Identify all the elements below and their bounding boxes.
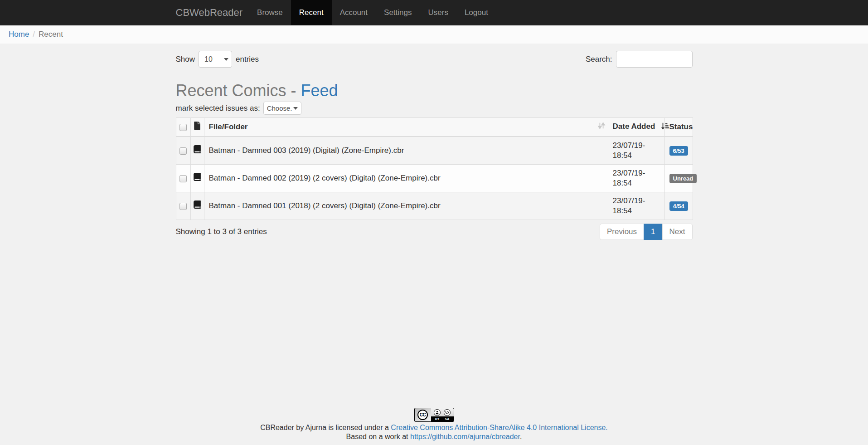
nav-item-users[interactable]: Users bbox=[420, 0, 456, 25]
page-title-text: Recent Comics - bbox=[176, 81, 301, 100]
status-badge: Unread bbox=[669, 174, 697, 183]
cc-sa-icon bbox=[444, 409, 451, 416]
select-all-checkbox[interactable] bbox=[179, 124, 187, 131]
table-info: Showing 1 to 3 of 3 entries bbox=[176, 227, 267, 236]
comics-table: File/Folder Date Added Status bbox=[176, 117, 693, 220]
status-badge: 4/54 bbox=[669, 201, 688, 211]
book-icon bbox=[193, 174, 201, 183]
column-header-file-folder[interactable]: File/Folder bbox=[204, 118, 608, 137]
sort-desc-icon bbox=[661, 123, 669, 132]
search-label: Search: bbox=[586, 55, 612, 64]
navbar: CBWebReader Browse Recent Account Settin… bbox=[0, 0, 868, 25]
breadcrumb-home-link[interactable]: Home bbox=[9, 30, 29, 39]
nav-item-browse[interactable]: Browse bbox=[249, 0, 291, 25]
main-content: Show 10 entries Search: Recent Comics - … bbox=[0, 44, 868, 445]
sort-both-icon bbox=[597, 122, 606, 132]
nav-menu: Browse Recent Account Settings Users Log… bbox=[249, 0, 496, 25]
brand-link[interactable]: CBWebReader bbox=[176, 0, 243, 25]
cc-logo-icon: CC bbox=[417, 410, 428, 420]
page-length-select[interactable]: 10 bbox=[199, 51, 232, 68]
row-checkbox[interactable] bbox=[179, 175, 187, 182]
github-link[interactable]: https://github.com/ajurna/cbreader bbox=[410, 433, 520, 440]
mark-selected-control: mark selected issues as: Choose... bbox=[176, 102, 693, 115]
breadcrumb-separator: / bbox=[33, 30, 35, 39]
pagination-next[interactable]: Next bbox=[662, 224, 693, 240]
cc-by-label: BY bbox=[435, 417, 440, 421]
page-title: Recent Comics - Feed bbox=[176, 81, 693, 100]
pagination-page-1[interactable]: 1 bbox=[644, 224, 662, 240]
book-icon bbox=[193, 147, 201, 155]
show-label: Show bbox=[176, 55, 195, 64]
date-added: 23/07/19-18:54 bbox=[608, 192, 664, 220]
date-added: 23/07/19-18:54 bbox=[608, 165, 664, 192]
breadcrumb-current: Recent bbox=[39, 30, 63, 39]
license-line: CBReader by Ajurna is licensed under a C… bbox=[176, 423, 693, 432]
status-badge: 6/53 bbox=[669, 146, 688, 156]
nav-item-settings[interactable]: Settings bbox=[376, 0, 420, 25]
page-footer: CC BY SA CBReader by Ajurna is licensed … bbox=[176, 408, 693, 445]
row-checkbox[interactable] bbox=[179, 203, 187, 210]
table-row: Batman - Damned 003 (2019) (Digital) (Zo… bbox=[176, 137, 693, 165]
cc-by-icon bbox=[434, 409, 441, 416]
breadcrumb: Home/Recent bbox=[0, 25, 868, 44]
cc-license-link[interactable]: Creative Commons Attribution-ShareAlike … bbox=[391, 424, 607, 431]
entries-label: entries bbox=[236, 55, 259, 64]
nav-item-recent[interactable]: Recent bbox=[291, 0, 332, 25]
book-icon bbox=[193, 202, 201, 210]
cc-license-badge[interactable]: CC BY SA bbox=[414, 408, 454, 422]
file-name[interactable]: Batman - Damned 003 (2019) (Digital) (Zo… bbox=[209, 146, 404, 155]
nav-item-account[interactable]: Account bbox=[332, 0, 376, 25]
file-name[interactable]: Batman - Damned 001 (2018) (2 covers) (D… bbox=[209, 201, 441, 210]
feed-link[interactable]: Feed bbox=[301, 81, 338, 100]
page-length-control: Show 10 entries bbox=[176, 51, 259, 68]
nav-item-logout[interactable]: Logout bbox=[456, 0, 496, 25]
search-input[interactable] bbox=[616, 51, 693, 68]
row-checkbox[interactable] bbox=[179, 147, 187, 155]
search-control: Search: bbox=[586, 51, 693, 68]
file-name[interactable]: Batman - Damned 002 (2019) (2 covers) (D… bbox=[209, 174, 441, 182]
mark-selected-label: mark selected issues as: bbox=[176, 104, 260, 113]
date-added: 23/07/19-18:54 bbox=[608, 137, 664, 165]
source-line: Based on a work at https://github.com/aj… bbox=[176, 432, 693, 441]
column-header-date-added[interactable]: Date Added bbox=[608, 118, 664, 137]
table-row: Batman - Damned 002 (2019) (2 covers) (D… bbox=[176, 165, 693, 192]
cc-sa-label: SA bbox=[445, 417, 450, 421]
file-icon bbox=[194, 123, 201, 132]
pagination-previous[interactable]: Previous bbox=[600, 224, 644, 240]
pagination: Previous 1 Next bbox=[600, 224, 693, 240]
mark-selected-select[interactable]: Choose... bbox=[263, 102, 301, 115]
table-row: Batman - Damned 001 (2018) (2 covers) (D… bbox=[176, 192, 693, 220]
table-header-row: File/Folder Date Added Status bbox=[176, 118, 693, 137]
